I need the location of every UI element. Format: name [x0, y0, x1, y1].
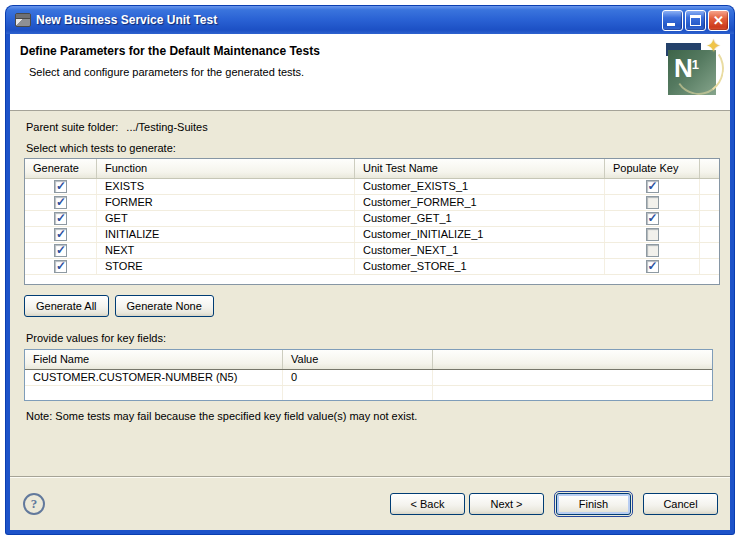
note-text: Note: Some tests may fail because the sp…	[26, 410, 720, 422]
col-header-function[interactable]: Function	[97, 159, 355, 178]
tests-table-header: Generate Function Unit Test Name Populat…	[25, 159, 719, 179]
populate-key-checkbox[interactable]	[646, 212, 659, 225]
generate-checkbox[interactable]	[54, 260, 67, 273]
generate-checkbox[interactable]	[54, 228, 67, 241]
field-name-cell: CUSTOMER.CUSTOMER-NUMBER (N5)	[25, 370, 283, 385]
maximize-button[interactable]	[685, 10, 706, 31]
generate-checkbox[interactable]	[54, 244, 67, 257]
page-subtitle: Select and configure parameters for the …	[29, 66, 304, 78]
generate-checkbox[interactable]	[54, 196, 67, 209]
table-row[interactable]: INITIALIZE Customer_INITIALIZE_1	[25, 227, 719, 243]
wizard-content: Parent suite folder:.../Testing-Suites S…	[10, 111, 730, 422]
wizard-dialog: New Business Service Unit Test ✕ Define …	[6, 6, 734, 534]
populate-key-checkbox[interactable]	[646, 244, 659, 257]
generate-buttons-row: Generate All Generate None	[24, 295, 720, 317]
col-header-unit-test-name[interactable]: Unit Test Name	[355, 159, 605, 178]
col-header-field-name[interactable]: Field Name	[25, 350, 283, 369]
generate-checkbox[interactable]	[54, 180, 67, 193]
function-cell: STORE	[97, 259, 355, 274]
provide-values-label: Provide values for key fields:	[26, 332, 720, 344]
key-field-empty-row	[25, 386, 712, 401]
field-value-cell[interactable]: 0	[283, 370, 433, 385]
finish-button-focus-ring: Finish	[554, 491, 633, 517]
key-fields-table: Field Name Value CUSTOMER.CUSTOMER-NUMBE…	[24, 349, 713, 401]
next-button[interactable]: Next >	[469, 493, 544, 515]
page-title: Define Parameters for the Default Mainte…	[20, 44, 320, 58]
unit-test-name-cell[interactable]: Customer_GET_1	[355, 211, 605, 226]
key-fields-table-header: Field Name Value	[25, 350, 712, 370]
generate-none-button[interactable]: Generate None	[115, 295, 214, 317]
col-header-populate-key[interactable]: Populate Key	[605, 159, 700, 178]
dialog-body: Define Parameters for the Default Mainte…	[10, 34, 730, 530]
populate-key-checkbox[interactable]	[646, 260, 659, 273]
window-icon	[15, 13, 31, 27]
sparkle-star-icon: ✦	[706, 35, 721, 57]
function-cell: NEXT	[97, 243, 355, 258]
maximize-icon	[690, 15, 701, 26]
unit-test-name-cell[interactable]: Customer_STORE_1	[355, 259, 605, 274]
table-row[interactable]: GET Customer_GET_1	[25, 211, 719, 227]
table-row[interactable]: EXISTS Customer_EXISTS_1	[25, 179, 719, 195]
parent-suite-value: .../Testing-Suites	[126, 121, 207, 133]
function-cell: INITIALIZE	[97, 227, 355, 242]
minimize-icon	[667, 23, 675, 26]
col-header-spacer	[433, 350, 712, 369]
col-header-spacer	[700, 159, 719, 178]
tests-table: Generate Function Unit Test Name Populat…	[24, 158, 720, 285]
back-button[interactable]: < Back	[390, 493, 465, 515]
populate-key-checkbox[interactable]	[646, 228, 659, 241]
help-button[interactable]: ?	[23, 493, 45, 515]
naturalone-icon: N1 ✦	[666, 39, 724, 99]
wizard-header: Define Parameters for the Default Mainte…	[10, 34, 730, 111]
table-row[interactable]: FORMER Customer_FORMER_1	[25, 195, 719, 211]
unit-test-name-cell[interactable]: Customer_NEXT_1	[355, 243, 605, 258]
function-cell: GET	[97, 211, 355, 226]
generate-checkbox[interactable]	[54, 212, 67, 225]
close-icon: ✕	[709, 11, 728, 30]
finish-button[interactable]: Finish	[556, 493, 631, 515]
populate-key-checkbox[interactable]	[646, 180, 659, 193]
parent-suite-label: Parent suite folder:	[26, 121, 118, 133]
function-cell: FORMER	[97, 195, 355, 210]
titlebar[interactable]: New Business Service Unit Test ✕	[6, 6, 734, 34]
naturalone-icon-letter: N1	[674, 55, 698, 81]
select-tests-label: Select which tests to generate:	[26, 142, 720, 154]
parent-suite-line: Parent suite folder:.../Testing-Suites	[26, 121, 720, 133]
function-cell: EXISTS	[97, 179, 355, 194]
table-row[interactable]: NEXT Customer_NEXT_1	[25, 243, 719, 259]
table-row[interactable]: STORE Customer_STORE_1	[25, 259, 719, 275]
unit-test-name-cell[interactable]: Customer_EXISTS_1	[355, 179, 605, 194]
unit-test-name-cell[interactable]: Customer_FORMER_1	[355, 195, 605, 210]
unit-test-name-cell[interactable]: Customer_INITIALIZE_1	[355, 227, 605, 242]
populate-key-checkbox[interactable]	[646, 196, 659, 209]
close-button[interactable]: ✕	[708, 10, 729, 31]
minimize-button[interactable]	[662, 10, 683, 31]
button-bar: ? < Back Next > Finish Cancel	[10, 476, 730, 530]
generate-all-button[interactable]: Generate All	[24, 295, 109, 317]
cancel-button[interactable]: Cancel	[643, 493, 718, 515]
key-field-row[interactable]: CUSTOMER.CUSTOMER-NUMBER (N5) 0	[25, 370, 712, 386]
col-header-value[interactable]: Value	[283, 350, 433, 369]
col-header-generate[interactable]: Generate	[25, 159, 97, 178]
window-title: New Business Service Unit Test	[36, 13, 662, 27]
